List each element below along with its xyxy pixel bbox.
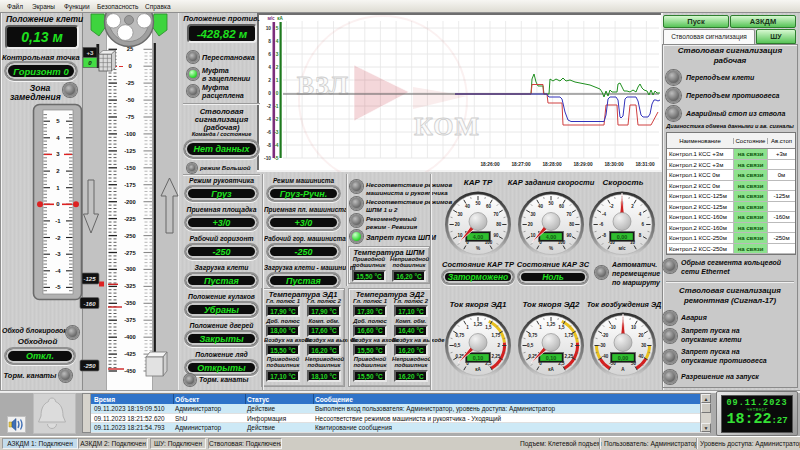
svg-text:-4: -4	[267, 117, 272, 122]
svg-text:25: 25	[127, 46, 134, 52]
svg-text:-75: -75	[126, 114, 135, 120]
svg-text:18:29:00: 18:29:00	[573, 162, 593, 167]
svg-text:%: %	[476, 246, 480, 251]
svg-text:1,25: 1,25	[474, 322, 483, 327]
svg-text:18:31:00: 18:31:00	[635, 162, 655, 167]
svg-text:0,5: 0,5	[527, 343, 534, 348]
svg-text:80: 80	[496, 222, 502, 227]
svg-text:1,25: 1,25	[547, 322, 556, 327]
svg-text:20: 20	[638, 333, 644, 338]
svg-text:-3: -3	[55, 251, 61, 257]
svg-text:0,00: 0,00	[617, 234, 628, 240]
svg-text:0: 0	[268, 91, 271, 96]
svg-text:50: 50	[475, 201, 481, 206]
svg-text:1: 1	[276, 78, 279, 83]
svg-text:-125: -125	[83, 276, 96, 282]
svg-text:8: 8	[268, 39, 271, 44]
svg-text:-5: -5	[55, 284, 61, 290]
svg-text:-6: -6	[599, 222, 603, 227]
svg-text:-50: -50	[609, 361, 616, 366]
svg-text:90: 90	[566, 233, 572, 238]
svg-text:2,25: 2,25	[565, 354, 574, 359]
svg-text:-50: -50	[126, 97, 134, 103]
svg-text:-10: -10	[264, 156, 271, 161]
svg-text:+3: +3	[86, 49, 94, 56]
svg-text:-250: -250	[83, 363, 96, 369]
svg-text:50: 50	[631, 361, 637, 366]
svg-text:-100: -100	[124, 131, 136, 137]
svg-text:2,25: 2,25	[492, 354, 501, 359]
svg-text:-250: -250	[124, 233, 136, 239]
svg-text:10: 10	[266, 26, 272, 31]
svg-text:-30: -30	[599, 343, 606, 348]
svg-text:-400: -400	[124, 334, 136, 340]
svg-text:0,75: 0,75	[456, 333, 465, 338]
svg-text:90: 90	[493, 233, 499, 238]
svg-text:КОМ: КОМ	[414, 112, 480, 141]
svg-text:-2: -2	[55, 235, 61, 241]
svg-text:18:27:00: 18:27:00	[511, 162, 531, 167]
svg-text:4,00: 4,00	[473, 234, 484, 240]
svg-text:-1: -1	[55, 218, 61, 224]
svg-text:м/с: м/с	[618, 246, 626, 251]
svg-text:20: 20	[455, 222, 461, 227]
svg-text:-2: -2	[610, 204, 614, 209]
svg-text:-2: -2	[267, 104, 272, 109]
svg-text:-8: -8	[267, 143, 272, 148]
svg-text:2,5: 2,5	[485, 361, 492, 366]
svg-text:-425: -425	[124, 351, 136, 357]
svg-text:%: %	[549, 246, 553, 251]
svg-text:0,75: 0,75	[529, 333, 538, 338]
svg-text:1,5: 1,5	[485, 325, 492, 330]
svg-text:-450: -450	[124, 368, 136, 374]
svg-text:10: 10	[457, 233, 463, 238]
svg-text:ВЗЛ: ВЗЛ	[297, 71, 349, 100]
svg-text:2: 2	[268, 78, 271, 83]
svg-text:0,00: 0,00	[618, 355, 629, 361]
svg-text:100: 100	[485, 240, 493, 245]
svg-text:-375: -375	[124, 317, 136, 323]
svg-text:6: 6	[268, 52, 271, 57]
svg-text:-175: -175	[124, 182, 136, 188]
svg-text:-4: -4	[274, 143, 279, 148]
svg-text:-3: -3	[274, 130, 279, 135]
svg-text:м/с: м/с	[267, 16, 275, 21]
svg-text:1,75: 1,75	[565, 333, 574, 338]
svg-text:4,00: 4,00	[546, 234, 557, 240]
svg-text:-200: -200	[124, 199, 136, 205]
svg-text:4: 4	[268, 65, 271, 70]
svg-text:18:28:00: 18:28:00	[542, 162, 562, 167]
svg-text:10: 10	[530, 233, 536, 238]
svg-text:30: 30	[641, 343, 647, 348]
svg-text:-125: -125	[124, 148, 136, 154]
svg-text:-6: -6	[267, 130, 272, 135]
svg-text:30: 30	[530, 212, 536, 217]
svg-text:-25: -25	[126, 80, 135, 86]
svg-text:0: 0	[128, 63, 131, 69]
svg-text:100: 100	[558, 240, 566, 245]
svg-text:40: 40	[538, 204, 544, 209]
svg-text:кА: кА	[475, 367, 481, 372]
svg-text:2: 2	[276, 65, 279, 70]
svg-text:4: 4	[276, 39, 279, 44]
svg-text:5: 5	[276, 26, 279, 31]
svg-text:70: 70	[493, 212, 499, 217]
svg-text:1,5: 1,5	[558, 325, 565, 330]
svg-text:0,5: 0,5	[454, 343, 461, 348]
svg-text:60: 60	[559, 204, 565, 209]
svg-text:20: 20	[528, 222, 534, 227]
svg-text:-275: -275	[124, 250, 136, 256]
svg-text:-10: -10	[609, 325, 616, 330]
svg-text:2,5: 2,5	[558, 361, 565, 366]
svg-text:40: 40	[465, 204, 471, 209]
svg-text:-1: -1	[274, 104, 279, 109]
svg-text:кА: кА	[548, 367, 554, 372]
svg-text:1,75: 1,75	[492, 333, 501, 338]
svg-text:0,10: 0,10	[473, 355, 484, 361]
svg-text:-40: -40	[602, 354, 609, 359]
svg-text:-4: -4	[55, 268, 61, 274]
svg-text:18:30:00: 18:30:00	[604, 162, 624, 167]
svg-text:-2: -2	[274, 117, 279, 122]
svg-text:-5: -5	[274, 156, 279, 161]
svg-text:-350: -350	[124, 300, 136, 306]
